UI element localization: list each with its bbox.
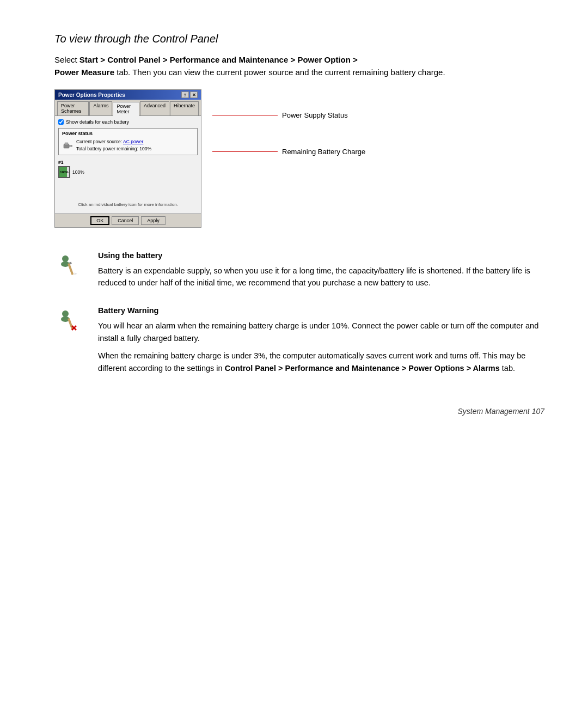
battery-icon-row: 100% 100% bbox=[58, 166, 198, 178]
group-label: Power status bbox=[62, 131, 194, 136]
current-power-row: Current power source: AC power bbox=[76, 138, 151, 145]
svg-marker-7 bbox=[74, 271, 77, 275]
apply-button[interactable]: Apply bbox=[141, 216, 166, 225]
power-options-dialog: Power Options Properties ? ✕ Power Schem… bbox=[54, 89, 201, 228]
battery-warning-text: Battery Warning You will hear an alarm w… bbox=[98, 304, 544, 374]
svg-point-9 bbox=[62, 310, 69, 317]
show-details-label: Show details for each battery bbox=[66, 119, 129, 125]
power-measure-bold: Power Measure bbox=[54, 68, 114, 77]
annotation-battery-charge: Remaining Battery Charge bbox=[212, 148, 544, 156]
checkbox-row: Show details for each battery bbox=[58, 119, 198, 125]
intro-paragraph: Select Start > Control Panel > Performan… bbox=[54, 54, 544, 78]
tab-bar: Power Schemes Alarms Power Meter Advance… bbox=[55, 100, 201, 116]
battery-warning-text2-suffix: tab. bbox=[500, 364, 515, 373]
nav-path-bold: Start > Control Panel > Performance and … bbox=[79, 55, 358, 64]
battery-warning-body2: When the remaining battery charge is und… bbox=[98, 350, 544, 374]
tab-hibernate[interactable]: Hibernate bbox=[170, 101, 199, 115]
current-power-label: Current power source: bbox=[76, 139, 122, 144]
annotations-panel: Power Supply Status Remaining Battery Ch… bbox=[201, 89, 544, 156]
titlebar-buttons: ? ✕ bbox=[181, 92, 198, 98]
dialog-area: Power Options Properties ? ✕ Power Schem… bbox=[54, 89, 544, 228]
battery-number: #1 bbox=[58, 160, 198, 165]
intro-suffix: tab. Then you can view the current power… bbox=[114, 68, 445, 77]
footer: System Management 107 bbox=[54, 407, 544, 416]
annotation-label-2: Remaining Battery Charge bbox=[282, 148, 365, 156]
svg-rect-6 bbox=[68, 263, 74, 275]
help-button[interactable]: ? bbox=[181, 92, 189, 98]
footer-text: System Management 107 bbox=[457, 407, 544, 416]
total-battery-row: Total battery power remaining: 100% bbox=[76, 145, 151, 153]
page-title: To view through the Control Panel bbox=[54, 33, 544, 45]
total-battery-value: 100% bbox=[139, 146, 151, 151]
dialog-buttons: OK Cancel Apply bbox=[55, 214, 201, 227]
cancel-button[interactable]: Cancel bbox=[112, 216, 139, 225]
battery-section: #1 100% 100% bbox=[58, 160, 198, 178]
battery-percent-label: 100% bbox=[60, 170, 68, 174]
battery-warning-heading: Battery Warning bbox=[98, 304, 544, 316]
tab-power-schemes[interactable]: Power Schemes bbox=[57, 101, 89, 115]
bottom-text: Click an individual battery icon for mor… bbox=[58, 202, 198, 207]
tab-power-meter[interactable]: Power Meter bbox=[113, 102, 139, 116]
current-power-value: AC power bbox=[123, 139, 143, 144]
tab-advanced[interactable]: Advanced bbox=[140, 101, 169, 115]
ok-button[interactable]: OK bbox=[90, 216, 109, 225]
battery-warning-bold: Control Panel > Performance and Maintena… bbox=[225, 364, 500, 373]
battery-percent-text: 100% bbox=[72, 169, 84, 175]
dialog-content: Show details for each battery Power stat… bbox=[55, 116, 201, 214]
svg-point-3 bbox=[71, 145, 72, 147]
using-battery-text: Using the battery Battery is an expendab… bbox=[98, 249, 544, 289]
battery-icon[interactable]: 100% bbox=[58, 166, 70, 178]
svg-point-4 bbox=[62, 255, 69, 262]
tab-alarms[interactable]: Alarms bbox=[89, 101, 112, 115]
total-battery-label: Total battery power remaining: bbox=[76, 146, 138, 151]
svg-rect-1 bbox=[65, 143, 68, 145]
power-status-group: Power status Current power source: AC po… bbox=[58, 128, 198, 155]
using-battery-section: Using the battery Battery is an expendab… bbox=[54, 249, 544, 289]
annotation-power-supply: Power Supply Status bbox=[212, 111, 544, 119]
annotation-line-2 bbox=[212, 151, 278, 152]
battery-use-icon bbox=[54, 249, 87, 282]
annotation-label-1: Power Supply Status bbox=[282, 111, 348, 119]
power-info-text: Current power source: AC power Total bat… bbox=[76, 138, 151, 153]
using-battery-body: Battery is an expendable supply, so when… bbox=[98, 265, 544, 289]
battery-warning-section: Battery Warning You will hear an alarm w… bbox=[54, 304, 544, 374]
dialog-titlebar: Power Options Properties ? ✕ bbox=[55, 90, 201, 100]
annotation-line-1 bbox=[212, 115, 278, 115]
battery-warning-icon bbox=[54, 304, 87, 337]
using-battery-heading: Using the battery bbox=[98, 249, 544, 261]
battery-warning-body1: You will hear an alarm when the remainin… bbox=[98, 320, 544, 344]
show-details-checkbox[interactable] bbox=[58, 119, 64, 125]
ac-adapter-icon bbox=[62, 140, 73, 151]
power-info-row: Current power source: AC power Total bat… bbox=[62, 138, 194, 153]
select-prefix: Select bbox=[54, 55, 79, 64]
battery-use-svg bbox=[57, 252, 84, 279]
close-button[interactable]: ✕ bbox=[190, 92, 198, 98]
dialog-title: Power Options Properties bbox=[58, 92, 125, 98]
battery-warning-svg bbox=[57, 307, 84, 334]
